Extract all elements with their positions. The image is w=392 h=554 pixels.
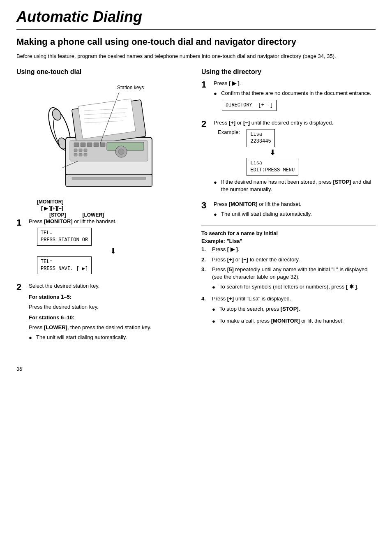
dir-step3-instruction: Press [MONITOR] or lift the handset.	[214, 201, 376, 208]
bullet-icon-4: ●	[214, 211, 219, 218]
dir-step2-bullet: ● If the desired name has not been store…	[214, 178, 376, 193]
key-5: [5]	[227, 266, 234, 272]
dir-step1-instruction: Press [ ▶ ].	[214, 80, 376, 87]
step1-arrow: ⬇	[37, 247, 189, 256]
dir-step3-number: 3	[201, 201, 210, 210]
stop-key: [STOP]	[333, 179, 351, 185]
step1-display2: TEL= PRESS NAVI. [ ▶]	[37, 256, 92, 275]
step2-instruction: Select the desired station key.	[29, 282, 189, 290]
bullet-icon-5: ●	[212, 284, 217, 291]
dir-step1: 1 Press [ ▶ ]. ● Confirm that there are …	[201, 80, 376, 113]
stations-1-5-heading: For stations 1–5:	[29, 293, 189, 301]
svg-rect-13	[87, 143, 92, 147]
plus-key-2: [+]	[227, 256, 234, 263]
one-touch-heading: Using one-touch dial	[16, 68, 189, 76]
search-section: To search for a name by initial Example:…	[201, 230, 376, 327]
station-keys-label: Station keys	[117, 85, 144, 90]
svg-rect-18	[84, 149, 87, 152]
stop-label: [STOP]	[49, 212, 66, 218]
dir-step1-number: 1	[201, 80, 210, 90]
svg-rect-15	[100, 143, 105, 147]
search-step4-bullet2-text: To make a call, press [MONITOR] or lift …	[219, 317, 344, 325]
search-step4-num: 4.	[201, 295, 210, 302]
page-number: 38	[16, 366, 22, 372]
dir-step2: 2 Press [+] or [−] until the desired ent…	[201, 119, 376, 195]
lower-label: [LOWER]	[82, 212, 104, 218]
stations-6-10-heading: For stations 6–10:	[29, 314, 189, 321]
plus-key: [+]	[229, 120, 235, 126]
step2-bullet-text: The unit will start dialing automaticall…	[36, 334, 127, 342]
search-steps-list: 1. Press [ ▶ ]. 2. Press [+] or [−] to e…	[201, 246, 376, 327]
search-step3-num: 3.	[201, 266, 210, 281]
svg-rect-11	[74, 143, 79, 147]
section-title: Making a phone call using one-touch dial…	[16, 36, 376, 48]
dir-step2-display2: Lisa EDIT:PRESS MENU	[247, 158, 298, 176]
step1-number: 1	[16, 218, 25, 228]
bullet-icon: ●	[29, 334, 34, 342]
search-step3-text: Press [5] repeatedly until any name with…	[212, 266, 376, 281]
search-step4-text: Press [+] until "Lisa" is displayed.	[212, 295, 291, 302]
nav-keys-label: [ ▶ ][+][−]	[41, 205, 189, 211]
svg-rect-12	[81, 143, 85, 147]
step1-display-area: TEL= PRESS STATION OR ⬇ TEL= PRESS NAVI.…	[37, 228, 189, 274]
monitor-key-2: [MONITOR]	[229, 201, 258, 207]
step1-display1: TEL= PRESS STATION OR	[37, 228, 92, 246]
one-touch-step1: 1 Press [MONITOR] or lift the handset. T…	[16, 218, 189, 277]
directory-heading: Using the directory	[201, 68, 376, 76]
step2-content: Select the desired station key. For stat…	[29, 282, 189, 343]
search-step2-num: 2.	[201, 256, 210, 263]
bullet-icon-7: ●	[212, 318, 217, 325]
stations-6-10-text: Press [LOWER], then press the desired st…	[29, 324, 189, 331]
step2-bullet: ● The unit will start dialing automatica…	[29, 334, 189, 342]
dir-step2-arrow: ⬇	[247, 148, 298, 157]
star-key: [ ✱ ]	[346, 284, 357, 290]
step1-instruction: Press [MONITOR] or lift the handset.	[29, 218, 189, 225]
dir-step1-display-area: DIRECTORY [+ -]	[222, 100, 376, 111]
dir-step2-instruction: Press [+] or [−] until the desired entry…	[214, 119, 376, 127]
svg-rect-16	[74, 149, 77, 152]
divider	[201, 226, 376, 226]
svg-point-1	[51, 108, 62, 122]
fax-key-labels: [MONITOR] [ ▶ ][+][−] [STOP] [LOWER]	[16, 199, 189, 218]
svg-point-24	[118, 149, 124, 155]
search-step1-text: Press [ ▶ ].	[212, 246, 239, 253]
dir-step1-display: DIRECTORY [+ -]	[222, 100, 277, 111]
example-label: Example:	[218, 129, 240, 135]
monitor-label: [MONITOR]	[37, 199, 189, 205]
stop-key-2: [STOP]	[281, 306, 299, 312]
dir-step2-example: Example: Lisa 2233445 ⬇ Lisa EDIT:PRESS …	[218, 129, 376, 175]
dir-step2-bullet-text: If the desired name has not been stored,…	[221, 178, 376, 193]
dir-step2-display1: Lisa 2233445	[247, 129, 274, 147]
one-touch-step2: 2 Select the desired station key. For st…	[16, 282, 189, 343]
search-step-1: 1. Press [ ▶ ].	[201, 246, 376, 253]
main-title: Automatic Dialing	[16, 8, 376, 30]
search-step-3: 3. Press [5] repeatedly until any name w…	[201, 266, 376, 293]
intro-text: Before using this feature, program the d…	[16, 52, 376, 60]
svg-rect-20	[79, 153, 82, 156]
search-step2-text: Press [+] or [−] to enter the directory.	[212, 256, 300, 263]
monitor-key-3: [MONITOR]	[271, 318, 300, 324]
two-col-layout: Using one-touch dial	[16, 68, 376, 349]
dir-step1-bullet-text: Confirm that there are no documents in t…	[221, 90, 371, 97]
lower-key: [LOWER]	[44, 324, 67, 330]
bullet-icon-3: ●	[214, 179, 219, 193]
dir-step3-bullet: ● The unit will start dialing automatica…	[214, 210, 376, 218]
bullet-icon-6: ●	[212, 306, 217, 313]
page-number-area: 38	[16, 366, 376, 372]
minus-key-2: [−]	[242, 256, 248, 263]
search-step4-bullet1-text: To stop the search, press [STOP].	[219, 305, 300, 313]
search-example-heading: Example: "Lisa"	[201, 238, 376, 244]
nav-key-2: [ ▶ ]	[227, 246, 238, 252]
dir-step3-content: Press [MONITOR] or lift the handset. ● T…	[214, 201, 376, 220]
step1-content: Press [MONITOR] or lift the handset. TEL…	[29, 218, 189, 277]
dir-step2-displays: Lisa 2233445 ⬇ Lisa EDIT:PRESS MENU	[247, 129, 298, 175]
svg-rect-21	[84, 153, 87, 156]
dir-step1-bullet: ● Confirm that there are no documents in…	[214, 90, 376, 97]
search-step-2: 2. Press [+] or [−] to enter the directo…	[201, 256, 376, 263]
search-step3-bullet: ● To search for symbols (not letters or …	[212, 283, 376, 291]
bullet-icon-2: ●	[214, 90, 219, 97]
col-right: Using the directory 1 Press [ ▶ ]. ● Con…	[201, 68, 376, 329]
search-step-4: 4. Press [+] until "Lisa" is displayed. …	[201, 295, 376, 327]
fax-svg	[37, 80, 168, 195]
nav-key: [ ▶ ]	[229, 80, 240, 86]
